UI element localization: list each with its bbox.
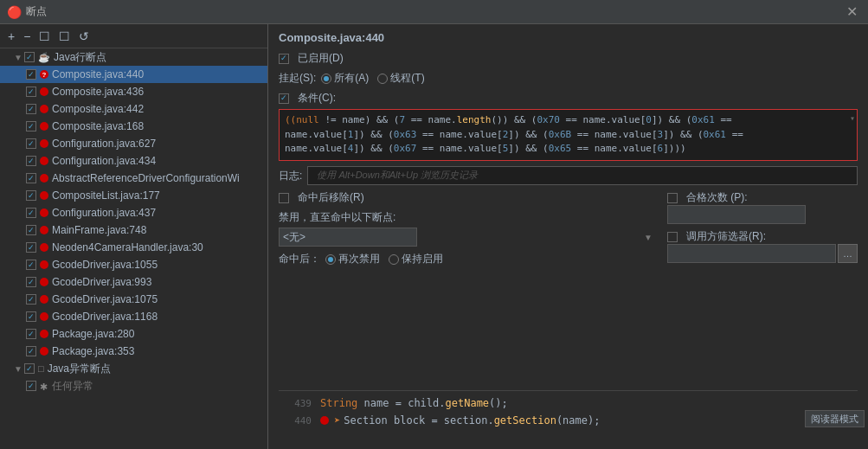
item-checkbox[interactable] (26, 260, 36, 270)
breakpoint-gcode-993[interactable]: GcodeDriver.java:993 (0, 273, 267, 291)
breakpoint-composite-436[interactable]: Composite.java:436 (0, 83, 267, 100)
group-java-breakpoints[interactable]: ▼ ☕ Java行断点 (0, 48, 267, 66)
breakpoint-composite-168[interactable]: Composite.java:168 (0, 118, 267, 135)
breakpoint-any-exception[interactable]: ✱ 任何异常 (0, 377, 267, 394)
item-checkbox[interactable] (26, 208, 36, 218)
item-label: Neoden4CameraHandler.java:30 (52, 241, 203, 253)
item-checkbox[interactable] (26, 138, 36, 149)
item-label: Configuration.java:434 (52, 155, 156, 167)
item-label: 任何异常 (52, 379, 93, 394)
breakpoint-compositelist-177[interactable]: CompositeList.java:177 (0, 187, 267, 204)
item-label: MainFrame.java:748 (52, 224, 146, 236)
item-checkbox[interactable] (26, 242, 36, 253)
breakpoint-gcode-1168[interactable]: GcodeDriver.java:1168 (0, 308, 267, 325)
after-hit-enable-option[interactable]: 保持启用 (389, 252, 443, 266)
breakpoint-icon-question: ? (40, 70, 48, 79)
item-checkbox[interactable] (26, 294, 36, 305)
suspend-all-option[interactable]: 所有(A) (321, 71, 369, 86)
group-label: Java行断点 (54, 50, 106, 65)
remove-hit-checkbox[interactable] (279, 193, 289, 203)
remove-hit-label: 命中后移除(R) (298, 190, 364, 205)
condition-checkbox[interactable] (279, 93, 289, 104)
breakpoint-icon (40, 226, 48, 234)
exception-icon: □ (38, 363, 44, 374)
breakpoint-composite-440[interactable]: ? Composite.java:440 (0, 66, 267, 83)
breakpoint-title: Composite.java:440 (279, 31, 858, 44)
after-hit-enable-radio[interactable] (389, 254, 399, 265)
item-checkbox[interactable] (26, 87, 36, 97)
filter-browse-button[interactable]: … (838, 244, 858, 263)
breakpoint-abstract-ref[interactable]: AbstractReferenceDriverConfigurationWi (0, 170, 267, 187)
after-hit-disable-option[interactable]: 再次禁用 (325, 252, 380, 266)
title-bar: 🔴 断点 ✕ (0, 0, 868, 24)
pass-count-checkbox[interactable] (667, 193, 678, 203)
log-input[interactable]: 使用 Alt+Down和Alt+Up 浏览历史记录 (307, 166, 858, 185)
item-checkbox[interactable] (26, 225, 36, 235)
filter-input[interactable] (667, 244, 836, 263)
item-checkbox[interactable] (26, 190, 36, 201)
suspend-thread-option[interactable]: 线程(T) (377, 71, 424, 86)
breakpoint-neoden-30[interactable]: Neoden4CameraHandler.java:30 (0, 239, 267, 256)
suspend-all-radio[interactable] (321, 74, 331, 84)
item-checkbox[interactable] (26, 381, 36, 391)
after-hit-label: 命中后： (279, 252, 320, 266)
enabled-checkbox[interactable] (279, 54, 289, 64)
group-checkbox[interactable] (24, 52, 35, 62)
condition-input[interactable]: ((null != name) && (7 == name.length()) … (279, 109, 858, 161)
export-button[interactable]: ☐ (56, 29, 73, 44)
filter-input-row: … (667, 244, 858, 263)
breakpoint-mainframe-748[interactable]: MainFrame.java:748 (0, 221, 267, 239)
breakpoint-icon (40, 157, 48, 165)
after-hit-radio-group: 再次禁用 保持启用 (325, 252, 443, 266)
condition-section: 条件(C): ((null != name) && (7 == name.len… (279, 91, 858, 161)
item-checkbox[interactable] (26, 346, 36, 356)
breakpoint-package-353[interactable]: Package.java:353 (0, 343, 267, 360)
breakpoint-composite-442[interactable]: Composite.java:442 (0, 100, 267, 118)
after-hit-disable-label: 再次禁用 (338, 252, 380, 266)
select-arrow-icon: ▼ (644, 233, 653, 242)
item-label: AbstractReferenceDriverConfigurationWi (52, 172, 240, 184)
disable-until-select[interactable]: <无> (279, 228, 417, 247)
breakpoint-configuration-437[interactable]: Configuration.java:437 (0, 204, 267, 221)
enabled-label: 已启用(D) (298, 51, 344, 66)
item-label: Composite.java:442 (52, 103, 144, 115)
pass-count-input[interactable] (667, 205, 806, 224)
item-label: Composite.java:168 (52, 120, 144, 132)
code-line-439: 439 String name = child.getName(); (286, 394, 851, 412)
item-checkbox[interactable] (26, 311, 36, 322)
breakpoint-icon (40, 278, 48, 286)
breakpoint-icon (40, 174, 48, 183)
item-checkbox[interactable] (26, 69, 36, 80)
breakpoint-gcode-1055[interactable]: GcodeDriver.java:1055 (0, 256, 267, 273)
item-label: Composite.java:440 (52, 68, 144, 80)
group-java-exception[interactable]: ▼ □ Java异常断点 (0, 360, 267, 377)
breakpoint-icon (40, 208, 48, 217)
refresh-button[interactable]: ↺ (76, 29, 92, 44)
remove-button[interactable]: − (21, 29, 33, 44)
group-checkbox[interactable] (24, 363, 35, 374)
expand-arrow: ▼ (14, 364, 23, 373)
breakpoint-configuration-627[interactable]: Configuration.java:627 (0, 135, 267, 152)
bottom-left: 命中后移除(R) 禁用，直至命中以下断点: <无> ▼ 命中后： (279, 190, 657, 385)
item-checkbox[interactable] (26, 173, 36, 183)
breakpoint-gcode-1075[interactable]: GcodeDriver.java:1075 (0, 291, 267, 308)
breakpoint-package-280[interactable]: Package.java:280 (0, 325, 267, 343)
history-hint: 使用 Alt+Down和Alt+Up 浏览历史记录 (312, 168, 483, 182)
breakpoint-tree: ▼ ☕ Java行断点 ? Composite.java:440 Composi… (0, 48, 267, 449)
item-checkbox[interactable] (26, 156, 36, 166)
item-label: GcodeDriver.java:1168 (52, 311, 158, 323)
item-checkbox[interactable] (26, 277, 36, 287)
after-hit-disable-radio[interactable] (325, 254, 336, 265)
close-button[interactable]: ✕ (843, 3, 861, 20)
copy-button[interactable]: ☐ (36, 29, 53, 44)
left-panel: + − ☐ ☐ ↺ ▼ ☕ Java行断点 ? Composite.java:4… (0, 24, 268, 449)
breakpoint-configuration-434[interactable]: Configuration.java:434 (0, 152, 267, 170)
item-checkbox[interactable] (26, 329, 36, 339)
item-checkbox[interactable] (26, 104, 36, 114)
add-button[interactable]: + (5, 29, 17, 44)
suspend-thread-radio[interactable] (377, 74, 388, 84)
breakpoint-marker (320, 416, 329, 425)
item-checkbox[interactable] (26, 121, 36, 131)
filter-checkbox[interactable] (667, 232, 678, 242)
reader-mode-button[interactable]: 阅读器模式 (805, 410, 865, 427)
